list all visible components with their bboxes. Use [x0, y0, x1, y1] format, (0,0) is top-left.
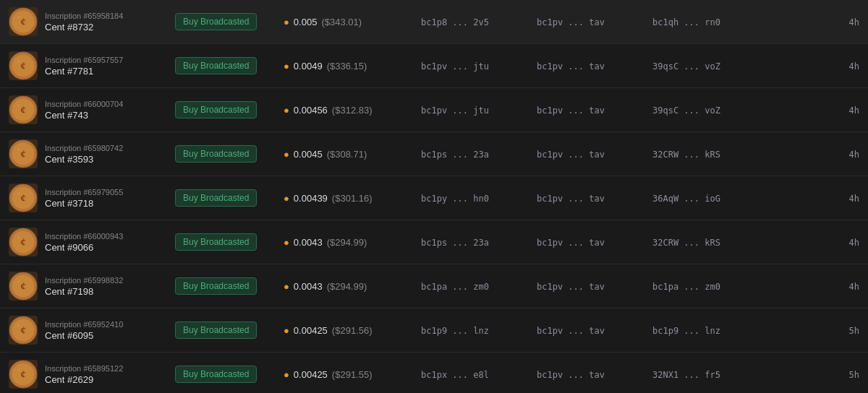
- table-row[interactable]: ¢ Inscription #65998832 Cent #7198 Buy B…: [0, 264, 868, 308]
- inscription-id: Inscription #65957557: [45, 56, 123, 64]
- action-col: Buy Broadcasted: [175, 321, 284, 339]
- time-value: 4h: [849, 61, 859, 72]
- to-buyer-address: 39qsC ... voZ: [652, 61, 720, 72]
- item-name: Cent #3593: [45, 154, 123, 165]
- to-buyer-col: 32NX1 ... fr5: [652, 369, 768, 380]
- table-row[interactable]: ¢ Inscription #65958184 Cent #8732 Buy B…: [0, 0, 868, 44]
- action-col: Buy Broadcasted: [175, 57, 284, 74]
- action-col: Buy Broadcasted: [175, 13, 284, 30]
- btc-icon: ●: [284, 193, 289, 204]
- item-col: ¢ Inscription #66000943 Cent #9066: [9, 228, 175, 256]
- avatar: ¢: [9, 183, 38, 212]
- avatar: ¢: [9, 7, 38, 36]
- price-btc: 0.0045: [294, 149, 323, 160]
- buy-badge: Buy Broadcasted: [175, 277, 257, 295]
- table-row[interactable]: ¢ Inscription #65979055 Cent #3718 Buy B…: [0, 176, 868, 220]
- from-address: bc1pa ... zm0: [421, 282, 489, 292]
- svg-text:¢: ¢: [21, 17, 26, 27]
- action-col: Buy Broadcasted: [175, 101, 284, 118]
- item-name: Cent #2629: [45, 374, 123, 385]
- price-btc: 0.0049: [294, 61, 323, 72]
- time-col: 4h: [768, 281, 859, 292]
- btc-icon: ●: [284, 105, 289, 116]
- price-col: ● 0.00456 ($312.83): [284, 105, 421, 116]
- btc-icon: ●: [284, 149, 289, 160]
- from-address: bc1py ... hn0: [421, 194, 489, 204]
- svg-text:¢: ¢: [21, 281, 26, 292]
- to-seller-address: bc1pv ... tav: [537, 326, 605, 336]
- to-buyer-address: bc1qh ... rn0: [652, 17, 720, 27]
- to-buyer-address: 39qsC ... voZ: [652, 105, 720, 116]
- to-buyer-address: 36AqW ... ioG: [652, 194, 720, 204]
- btc-icon: ●: [284, 325, 289, 336]
- time-col: 4h: [768, 149, 859, 160]
- table-row[interactable]: ¢ Inscription #65980742 Cent #3593 Buy B…: [0, 132, 868, 176]
- svg-point-19: [17, 192, 20, 195]
- item-col: ¢ Inscription #66000704 Cent #743: [9, 95, 175, 124]
- time-col: 5h: [768, 325, 859, 336]
- to-buyer-address: 32CRW ... kRS: [652, 238, 720, 248]
- price-usd: ($336.15): [327, 61, 367, 72]
- item-name: Cent #8732: [45, 22, 123, 33]
- time-col: 5h: [768, 369, 859, 380]
- table-row[interactable]: ¢ Inscription #65957557 Cent #7781 Buy B…: [0, 44, 868, 88]
- to-buyer-col: bc1qh ... rn0: [652, 17, 768, 27]
- avatar: ¢: [9, 272, 38, 301]
- from-address: bc1p9 ... lnz: [421, 326, 489, 336]
- svg-point-23: [17, 236, 20, 239]
- from-col: bc1px ... e8l: [421, 369, 537, 380]
- svg-point-35: [17, 368, 20, 371]
- price-btc: 0.005: [294, 17, 318, 27]
- to-seller-col: bc1pv ... tav: [537, 17, 652, 27]
- buy-badge: Buy Broadcasted: [175, 145, 257, 163]
- item-col: ¢ Inscription #65957557 Cent #7781: [9, 51, 175, 80]
- price-usd: ($294.99): [327, 281, 367, 292]
- avatar: ¢: [9, 316, 38, 345]
- action-col: Buy Broadcasted: [175, 145, 284, 163]
- table-row[interactable]: ¢ Inscription #66000943 Cent #9066 Buy B…: [0, 220, 868, 264]
- avatar: ¢: [9, 139, 38, 168]
- table-row[interactable]: ¢ Inscription #65952410 Cent #6095 Buy B…: [0, 308, 868, 353]
- to-seller-address: bc1pv ... tav: [537, 105, 605, 116]
- svg-text:¢: ¢: [21, 149, 26, 160]
- item-name: Cent #9066: [45, 242, 123, 253]
- from-address: bc1ps ... 23a: [421, 150, 489, 160]
- from-col: bc1p8 ... 2v5: [421, 17, 537, 27]
- item-col: ¢ Inscription #65958184 Cent #8732: [9, 7, 175, 36]
- table-row[interactable]: ¢ Inscription #65895122 Cent #2629 Buy B…: [0, 353, 868, 393]
- btc-icon: ●: [284, 237, 289, 248]
- svg-text:¢: ¢: [21, 105, 26, 116]
- price-col: ● 0.00439 ($301.16): [284, 193, 421, 204]
- btc-icon: ●: [284, 61, 289, 72]
- btc-icon: ●: [284, 281, 289, 292]
- svg-text:¢: ¢: [21, 193, 26, 204]
- table-row[interactable]: ¢ Inscription #66000704 Cent #743 Buy Br…: [0, 88, 868, 132]
- from-address: bc1p8 ... 2v5: [421, 17, 489, 27]
- inscription-id: Inscription #65979055: [45, 188, 123, 196]
- item-col: ¢ Inscription #65998832 Cent #7198: [9, 272, 175, 301]
- buy-badge: Buy Broadcasted: [175, 233, 257, 251]
- from-col: bc1ps ... 23a: [421, 237, 537, 248]
- to-buyer-address: 32CRW ... kRS: [652, 150, 720, 160]
- item-info: Inscription #66000704 Cent #743: [45, 100, 123, 121]
- item-name: Cent #7198: [45, 286, 123, 297]
- svg-text:¢: ¢: [21, 325, 26, 336]
- price-usd: ($291.56): [332, 325, 373, 336]
- time-value: 4h: [849, 282, 859, 292]
- time-value: 4h: [849, 105, 859, 116]
- svg-point-7: [17, 60, 20, 63]
- svg-point-27: [17, 280, 20, 283]
- item-info: Inscription #65952410 Cent #6095: [45, 320, 123, 341]
- svg-point-3: [17, 16, 20, 19]
- price-btc: 0.00425: [294, 325, 328, 336]
- avatar: ¢: [9, 51, 38, 80]
- avatar: ¢: [9, 95, 38, 124]
- to-seller-address: bc1pv ... tav: [537, 370, 605, 380]
- to-seller-col: bc1pv ... tav: [537, 325, 652, 336]
- time-value: 5h: [849, 370, 859, 380]
- to-seller-address: bc1pv ... tav: [537, 17, 605, 27]
- buy-badge: Buy Broadcasted: [175, 13, 257, 30]
- to-buyer-address: bc1p9 ... lnz: [652, 326, 720, 336]
- price-col: ● 0.0049 ($336.15): [284, 61, 421, 72]
- time-value: 4h: [849, 17, 859, 27]
